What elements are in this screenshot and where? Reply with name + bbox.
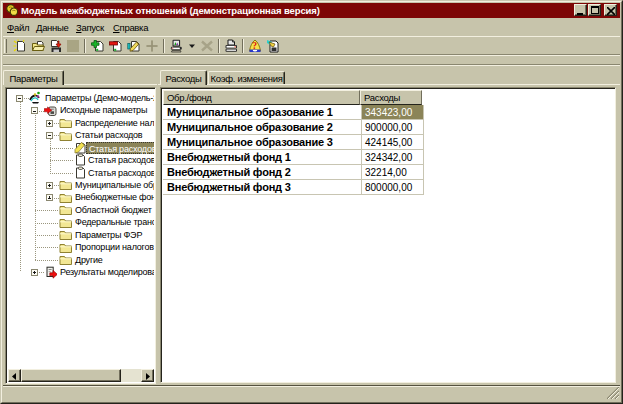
svg-text:?: ? [252,41,257,51]
